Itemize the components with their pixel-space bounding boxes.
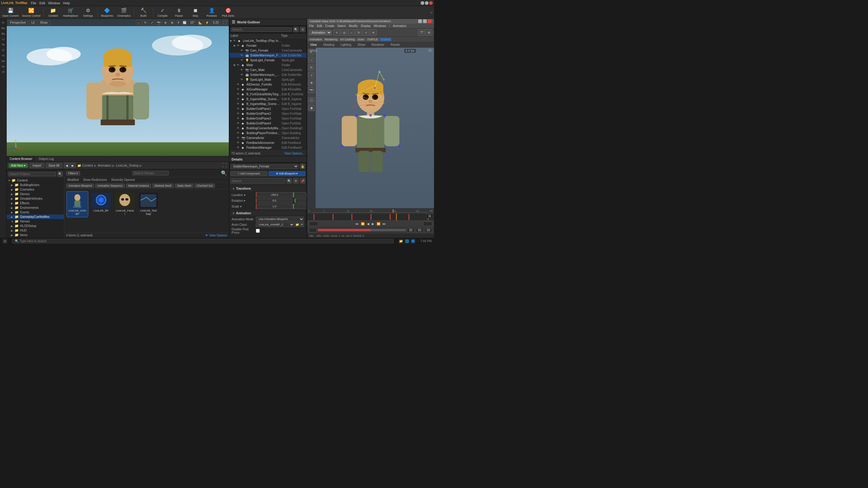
filter-material-instance[interactable]: Material Instance — [126, 184, 151, 188]
actor-select-dropdown[interactable]: SoldierMannequin_Female — [230, 164, 299, 169]
save-current-button[interactable]: 💾 Save Current — [1, 7, 20, 18]
folder-item[interactable]: ▶📁HUD — [7, 228, 64, 233]
scale-y-field[interactable] — [293, 204, 307, 209]
folder-item[interactable]: ▶📁Demos — [7, 192, 64, 196]
blueprints-button[interactable]: 🔷 Blueprints — [99, 7, 115, 18]
outliner-search-input[interactable] — [231, 27, 292, 32]
anim-mode-dropdown[interactable]: Use Animation Blueprint — [256, 217, 304, 221]
speed-value[interactable]: 0.25 — [211, 20, 221, 25]
anim-class-dropdown[interactable]: LiveLink_AnimBP_C — [256, 222, 294, 227]
disable-post-checkbox[interactable] — [256, 229, 260, 233]
go-to-start-button[interactable]: ⏮ — [355, 222, 359, 225]
scale-x-field[interactable] — [256, 204, 292, 209]
sidebar-tex[interactable]: Te — [0, 42, 6, 47]
maya-close-button[interactable] — [428, 20, 432, 23]
visibility-icon[interactable]: 👁 — [237, 44, 241, 47]
transform-section-header[interactable]: ▼ Transform — [230, 186, 305, 191]
outliner-search-button[interactable]: 🔍 — [293, 27, 299, 32]
visibility-icon[interactable]: 👁 — [240, 59, 245, 62]
scale-icon[interactable]: ⤢ — [149, 20, 155, 25]
outliner-options-button[interactable]: ⚙ — [300, 27, 305, 32]
range-track[interactable] — [318, 229, 406, 231]
sidebar-lig[interactable]: Li — [0, 36, 6, 42]
add-component-button[interactable]: + Add Component — [230, 171, 268, 176]
folder-item[interactable]: ▼📁Content — [7, 178, 64, 183]
step-back-button[interactable]: ⏪ — [360, 222, 365, 225]
explorer-icon[interactable]: 📁 — [399, 239, 403, 244]
ue4-viewport[interactable]: Perspective Lit Show ↔ ↻ ⤢ 📷 ⊕ ⊞ 4 🔄 — [7, 19, 229, 156]
outliner-item[interactable]: 👁💡SpotLight_FemaleSpotLight — [229, 58, 307, 63]
range-start-field[interactable]: 1 — [309, 228, 316, 233]
maya-render-button[interactable]: 🎬 — [418, 29, 425, 36]
maya-viewport[interactable]: ↖ ↔ ↻ ⤢ ⊕ 📷 ⬡ ◉ persp 4.4 fps 36 — [307, 48, 434, 208]
maya-tab-turtle[interactable]: TURTLE — [366, 38, 379, 41]
maya-menu-select[interactable]: Select — [337, 24, 346, 28]
sidebar-all[interactable]: Al — [0, 69, 6, 75]
rotation-snap-icon[interactable]: 🔄 — [182, 20, 187, 25]
chrome-icon[interactable]: 🔵 — [411, 239, 415, 244]
rotate-icon[interactable]: ↻ — [143, 20, 148, 25]
asset-item[interactable]: LiveLink_Facial — [114, 191, 135, 217]
asset-item[interactable]: LiveLink_BP — [90, 191, 112, 217]
nav-forward-button[interactable]: ▶ — [70, 163, 75, 168]
build-button[interactable]: 🔨 Build — [136, 7, 151, 18]
tab-content-browser[interactable]: Content Browser — [7, 156, 35, 161]
maya-mode-selector[interactable]: Animation — [309, 30, 332, 35]
go-to-end-button[interactable]: ⏭ — [382, 222, 386, 225]
maya-tab-fx[interactable]: FX Caching — [339, 38, 356, 41]
outliner-item[interactable]: 👁◆AIGoalManagerEdit AIGoalMa — [229, 87, 307, 92]
maya-universal-tool[interactable]: ✛ — [370, 29, 377, 36]
source-control-button[interactable]: 🔀 Source Control — [21, 7, 41, 18]
end-time-field[interactable]: 50 — [423, 221, 432, 226]
maya-menu-animation[interactable]: Animation — [393, 24, 406, 28]
outliner-item[interactable]: 👁📷Cam_FemaleCineCameraAc — [229, 48, 307, 53]
speed-icon[interactable]: ⚡ — [204, 20, 210, 25]
range-end-field-3[interactable] — [425, 228, 432, 233]
outliner-item[interactable]: 👁◆BuilderGridPlane3Open FortStab — [229, 116, 307, 121]
visibility-icon[interactable]: 👁 — [240, 78, 245, 81]
outliner-item[interactable]: 👁◆BuilderGridPlane2Open FortStab — [229, 111, 307, 116]
maya-menu-file[interactable]: File — [309, 24, 314, 28]
possess-button[interactable]: 👤 Possess — [204, 7, 219, 18]
maya-menu-display[interactable]: Display — [361, 24, 371, 28]
outliner-item[interactable]: 👁◆B_FortGlobalAbilityTargetingEdit B_For… — [229, 92, 307, 96]
maya-tab-xgen[interactable]: xGen — [356, 38, 366, 41]
current-time-field[interactable]: 1 — [309, 221, 318, 226]
folder-item[interactable]: ▶📁GameplayCueNotifies — [7, 215, 64, 219]
outliner-item[interactable]: 👁🤖SoldierMannequin_FemaleEdit SoldierMa — [229, 53, 307, 58]
outliner-item[interactable]: 👁💡SpotLight_MaleSpotLight — [229, 77, 307, 82]
maya-settings-button[interactable]: ⚙ — [426, 29, 432, 36]
filter-animation-sequence[interactable]: Animation Sequence — [95, 184, 125, 188]
close-button[interactable] — [429, 1, 433, 5]
outliner-item[interactable]: 👁◆BuildingPlayerPrimitivePreviewOpen Bui… — [229, 130, 307, 135]
outliner-item[interactable]: 👁◆BuildingConnectivityManagerOpen Buildi… — [229, 126, 307, 130]
maya-tab-renderer[interactable]: Renderer — [368, 42, 388, 47]
menu-window[interactable]: Window — [48, 1, 60, 5]
details-pin-button[interactable]: 📌 — [300, 178, 305, 184]
maya-tab-custom[interactable]: Custom — [380, 38, 392, 41]
asset-search-input[interactable] — [132, 171, 169, 175]
folder-item[interactable]: ▶📁Cosmetics — [7, 187, 64, 192]
breadcrumb-livelink[interactable]: LiveLink_Testing — [116, 164, 138, 167]
outliner-item[interactable]: 👁◆B_IngameMap_SceneCaptureEdit B_Ingame — [229, 96, 307, 101]
outliner-item[interactable]: 👁◆FeedbackManagerEdit Feedback! — [229, 145, 307, 150]
folder-search-input[interactable] — [8, 172, 56, 176]
outliner-item[interactable]: 👁◆BuilderGridPlane1Open FortStab — [229, 106, 307, 111]
location-y-field[interactable] — [293, 192, 307, 197]
asset-options-button[interactable]: 🔍 — [221, 170, 227, 176]
maya-scale-tool[interactable]: ⤢ — [363, 29, 369, 36]
rotation-y-field[interactable] — [295, 199, 307, 203]
grid-snap-icon[interactable]: ⊞ — [169, 20, 175, 25]
play-back-button[interactable]: ◀ — [366, 222, 370, 225]
translate-icon[interactable]: ↔ — [136, 20, 142, 25]
show-redirectors-button[interactable]: Show Redirectors — [82, 178, 108, 182]
tab-output-log[interactable]: Output Log — [35, 156, 57, 161]
view-options-button[interactable]: View Options... — [284, 152, 305, 155]
outliner-item[interactable]: 👁◆B_IngameMap_SceneCapture2Edit B_Ingame — [229, 101, 307, 106]
visibility-icon[interactable]: 👁 — [240, 54, 245, 57]
sidebar-vol[interactable]: Vo — [0, 64, 6, 69]
visibility-icon[interactable]: 👁 — [237, 131, 241, 134]
visibility-icon[interactable]: 👁 — [237, 112, 241, 115]
folder-search-button[interactable]: 🔍 — [57, 171, 63, 177]
add-new-button[interactable]: Add New ▾ — [8, 163, 28, 168]
